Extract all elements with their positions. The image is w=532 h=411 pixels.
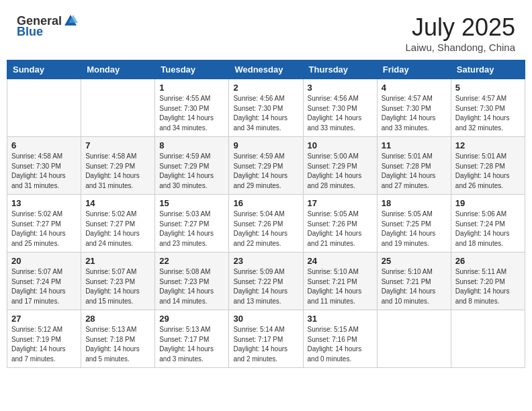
day-info: Sunrise: 5:05 AM Sunset: 7:25 PM Dayligh… bbox=[382, 210, 447, 248]
day-number: 1 bbox=[159, 83, 224, 93]
day-info: Sunrise: 5:08 AM Sunset: 7:23 PM Dayligh… bbox=[159, 267, 224, 306]
calendar-cell bbox=[81, 79, 155, 137]
calendar-cell bbox=[451, 310, 525, 368]
page-header: General Blue July 2025 Laiwu, Shandong, … bbox=[7, 7, 525, 56]
day-info: Sunrise: 5:14 AM Sunset: 7:17 PM Dayligh… bbox=[233, 325, 298, 364]
week-row-4: 20Sunrise: 5:07 AM Sunset: 7:24 PM Dayli… bbox=[7, 253, 525, 310]
week-row-2: 6Sunrise: 4:58 AM Sunset: 7:30 PM Daylig… bbox=[7, 137, 525, 195]
day-number: 6 bbox=[11, 140, 77, 150]
day-info: Sunrise: 5:10 AM Sunset: 7:21 PM Dayligh… bbox=[308, 267, 373, 306]
calendar-cell: 3Sunrise: 4:56 AM Sunset: 7:30 PM Daylig… bbox=[303, 79, 377, 137]
calendar-cell: 13Sunrise: 5:02 AM Sunset: 7:27 PM Dayli… bbox=[7, 195, 81, 253]
day-info: Sunrise: 4:58 AM Sunset: 7:29 PM Dayligh… bbox=[85, 152, 150, 191]
day-info: Sunrise: 5:01 AM Sunset: 7:28 PM Dayligh… bbox=[455, 152, 521, 191]
calendar-cell: 25Sunrise: 5:10 AM Sunset: 7:21 PM Dayli… bbox=[377, 253, 451, 310]
day-number: 15 bbox=[159, 198, 224, 208]
day-info: Sunrise: 4:57 AM Sunset: 7:30 PM Dayligh… bbox=[455, 94, 521, 133]
day-info: Sunrise: 5:13 AM Sunset: 7:17 PM Dayligh… bbox=[159, 325, 224, 364]
calendar-cell: 28Sunrise: 5:13 AM Sunset: 7:18 PM Dayli… bbox=[81, 310, 155, 368]
calendar-cell: 26Sunrise: 5:11 AM Sunset: 7:20 PM Dayli… bbox=[451, 253, 525, 310]
day-number: 18 bbox=[382, 198, 447, 208]
day-number: 13 bbox=[11, 198, 77, 208]
calendar-cell: 30Sunrise: 5:14 AM Sunset: 7:17 PM Dayli… bbox=[229, 310, 303, 368]
day-number: 30 bbox=[233, 314, 298, 324]
day-number: 29 bbox=[159, 314, 224, 324]
day-number: 23 bbox=[233, 256, 298, 266]
location-subtitle: Laiwu, Shandong, China bbox=[406, 42, 515, 53]
calendar-cell: 20Sunrise: 5:07 AM Sunset: 7:24 PM Dayli… bbox=[7, 253, 81, 310]
calendar-table: Sunday Monday Tuesday Wednesday Thursday… bbox=[7, 60, 525, 368]
day-info: Sunrise: 4:56 AM Sunset: 7:30 PM Dayligh… bbox=[308, 94, 373, 133]
calendar-cell: 23Sunrise: 5:09 AM Sunset: 7:22 PM Dayli… bbox=[229, 253, 303, 310]
day-number: 19 bbox=[455, 198, 521, 208]
calendar-cell: 14Sunrise: 5:02 AM Sunset: 7:27 PM Dayli… bbox=[81, 195, 155, 253]
day-info: Sunrise: 4:59 AM Sunset: 7:29 PM Dayligh… bbox=[159, 152, 224, 191]
header-wednesday: Wednesday bbox=[229, 60, 303, 79]
day-number: 9 bbox=[233, 140, 298, 150]
weekday-header-row: Sunday Monday Tuesday Wednesday Thursday… bbox=[7, 60, 525, 79]
day-number: 5 bbox=[455, 83, 521, 93]
day-number: 24 bbox=[308, 256, 373, 266]
day-number: 17 bbox=[308, 198, 373, 208]
day-number: 4 bbox=[382, 83, 447, 93]
day-info: Sunrise: 5:06 AM Sunset: 7:24 PM Dayligh… bbox=[455, 210, 521, 248]
day-number: 26 bbox=[455, 256, 521, 266]
calendar-cell: 9Sunrise: 4:59 AM Sunset: 7:29 PM Daylig… bbox=[229, 137, 303, 195]
logo: General Blue bbox=[17, 13, 78, 38]
calendar-cell: 2Sunrise: 4:56 AM Sunset: 7:30 PM Daylig… bbox=[229, 79, 303, 137]
day-number: 28 bbox=[85, 314, 150, 324]
calendar-cell: 17Sunrise: 5:05 AM Sunset: 7:26 PM Dayli… bbox=[303, 195, 377, 253]
day-info: Sunrise: 4:57 AM Sunset: 7:30 PM Dayligh… bbox=[382, 94, 447, 133]
day-info: Sunrise: 5:10 AM Sunset: 7:21 PM Dayligh… bbox=[382, 267, 447, 306]
week-row-1: 1Sunrise: 4:55 AM Sunset: 7:30 PM Daylig… bbox=[7, 79, 525, 137]
day-info: Sunrise: 5:09 AM Sunset: 7:22 PM Dayligh… bbox=[233, 267, 298, 306]
calendar-cell: 6Sunrise: 4:58 AM Sunset: 7:30 PM Daylig… bbox=[7, 137, 81, 195]
header-friday: Friday bbox=[377, 60, 451, 79]
calendar-cell: 11Sunrise: 5:01 AM Sunset: 7:28 PM Dayli… bbox=[377, 137, 451, 195]
calendar-cell: 4Sunrise: 4:57 AM Sunset: 7:30 PM Daylig… bbox=[377, 79, 451, 137]
day-info: Sunrise: 4:59 AM Sunset: 7:29 PM Dayligh… bbox=[233, 152, 298, 191]
day-number: 7 bbox=[85, 140, 150, 150]
calendar-cell bbox=[377, 310, 451, 368]
month-title: July 2025 bbox=[406, 13, 515, 42]
day-info: Sunrise: 4:58 AM Sunset: 7:30 PM Dayligh… bbox=[11, 152, 77, 191]
day-number: 10 bbox=[308, 140, 373, 150]
day-info: Sunrise: 5:02 AM Sunset: 7:27 PM Dayligh… bbox=[11, 210, 77, 248]
week-row-5: 27Sunrise: 5:12 AM Sunset: 7:19 PM Dayli… bbox=[7, 310, 525, 368]
day-number: 3 bbox=[308, 83, 373, 93]
day-info: Sunrise: 5:04 AM Sunset: 7:26 PM Dayligh… bbox=[233, 210, 298, 248]
day-info: Sunrise: 5:12 AM Sunset: 7:19 PM Dayligh… bbox=[11, 325, 77, 364]
logo-icon bbox=[63, 13, 78, 28]
title-block: July 2025 Laiwu, Shandong, China bbox=[406, 13, 515, 53]
day-number: 25 bbox=[382, 256, 447, 266]
day-number: 2 bbox=[233, 83, 298, 93]
calendar-cell: 7Sunrise: 4:58 AM Sunset: 7:29 PM Daylig… bbox=[81, 137, 155, 195]
header-tuesday: Tuesday bbox=[155, 60, 229, 79]
day-info: Sunrise: 5:11 AM Sunset: 7:20 PM Dayligh… bbox=[455, 267, 521, 306]
day-info: Sunrise: 5:05 AM Sunset: 7:26 PM Dayligh… bbox=[308, 210, 373, 248]
day-info: Sunrise: 5:13 AM Sunset: 7:18 PM Dayligh… bbox=[85, 325, 150, 364]
day-info: Sunrise: 5:03 AM Sunset: 7:27 PM Dayligh… bbox=[159, 210, 224, 248]
calendar-cell: 15Sunrise: 5:03 AM Sunset: 7:27 PM Dayli… bbox=[155, 195, 229, 253]
day-number: 21 bbox=[85, 256, 150, 266]
header-thursday: Thursday bbox=[303, 60, 377, 79]
calendar-cell: 10Sunrise: 5:00 AM Sunset: 7:29 PM Dayli… bbox=[303, 137, 377, 195]
day-info: Sunrise: 5:00 AM Sunset: 7:29 PM Dayligh… bbox=[308, 152, 373, 191]
calendar-cell: 31Sunrise: 5:15 AM Sunset: 7:16 PM Dayli… bbox=[303, 310, 377, 368]
day-number: 16 bbox=[233, 198, 298, 208]
calendar-cell: 16Sunrise: 5:04 AM Sunset: 7:26 PM Dayli… bbox=[229, 195, 303, 253]
week-row-3: 13Sunrise: 5:02 AM Sunset: 7:27 PM Dayli… bbox=[7, 195, 525, 253]
day-info: Sunrise: 5:02 AM Sunset: 7:27 PM Dayligh… bbox=[85, 210, 150, 248]
calendar-cell bbox=[7, 79, 81, 137]
calendar-cell: 1Sunrise: 4:55 AM Sunset: 7:30 PM Daylig… bbox=[155, 79, 229, 137]
calendar-cell: 29Sunrise: 5:13 AM Sunset: 7:17 PM Dayli… bbox=[155, 310, 229, 368]
calendar-cell: 24Sunrise: 5:10 AM Sunset: 7:21 PM Dayli… bbox=[303, 253, 377, 310]
calendar-cell: 22Sunrise: 5:08 AM Sunset: 7:23 PM Dayli… bbox=[155, 253, 229, 310]
day-number: 12 bbox=[455, 140, 521, 150]
day-number: 14 bbox=[85, 198, 150, 208]
header-sunday: Sunday bbox=[7, 60, 81, 79]
calendar-cell: 5Sunrise: 4:57 AM Sunset: 7:30 PM Daylig… bbox=[451, 79, 525, 137]
calendar-cell: 8Sunrise: 4:59 AM Sunset: 7:29 PM Daylig… bbox=[155, 137, 229, 195]
calendar-cell: 19Sunrise: 5:06 AM Sunset: 7:24 PM Dayli… bbox=[451, 195, 525, 253]
day-info: Sunrise: 5:01 AM Sunset: 7:28 PM Dayligh… bbox=[382, 152, 447, 191]
